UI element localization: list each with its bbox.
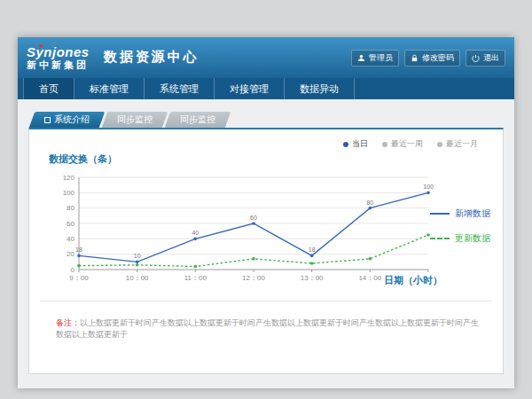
- nav-item-system-mgmt[interactable]: 系统管理: [145, 78, 215, 99]
- nav-item-data-change[interactable]: 数据异动: [285, 78, 355, 99]
- chart-panel: 当日 最近一周 最近一月 数据交换（条） 0204060801001209：00…: [28, 128, 504, 374]
- svg-text:20: 20: [66, 250, 74, 258]
- main-nav: 首页 标准管理 系统管理 对接管理 数据异动: [18, 78, 514, 99]
- filter-label: 最近一周: [391, 138, 423, 150]
- tab-bar: 系统介绍 同步监控 同步监控: [32, 112, 514, 128]
- y-axis-title: 数据交换（条）: [49, 153, 117, 166]
- footnote-prefix: 备注：: [56, 318, 80, 327]
- svg-text:13：00: 13：00: [301, 274, 324, 282]
- tab-label: 系统介绍: [54, 112, 90, 128]
- divider: [40, 301, 492, 301]
- legend-label: 更新数据: [455, 232, 490, 245]
- lock-icon: [411, 54, 419, 62]
- tab-icon: [44, 117, 51, 123]
- user-icon: [357, 54, 365, 62]
- admin-user-label: 管理员: [369, 52, 393, 64]
- svg-text:40: 40: [66, 235, 74, 243]
- svg-text:14：00: 14：00: [358, 274, 381, 282]
- filter-label: 最近一月: [446, 138, 478, 150]
- svg-text:18: 18: [75, 246, 82, 253]
- change-password-label: 修改密码: [422, 52, 454, 64]
- svg-text:10: 10: [134, 253, 141, 259]
- tab-label: 同步监控: [117, 112, 153, 128]
- line-chart: 0204060801001209：0010：0011：0012：0013：001…: [52, 168, 434, 286]
- x-axis-title: 日期（小时）: [384, 274, 442, 287]
- svg-text:40: 40: [192, 230, 199, 236]
- user-area: 管理员 修改密码 退出: [351, 50, 505, 66]
- filter-dot-icon: [382, 142, 387, 147]
- logo-subtext: 新中新集团: [27, 60, 90, 71]
- svg-text:11：00: 11：00: [184, 274, 207, 282]
- filter-last-week[interactable]: 最近一周: [382, 138, 423, 150]
- filter-dot-icon: [437, 142, 442, 147]
- svg-text:100: 100: [63, 189, 75, 197]
- svg-text:60: 60: [250, 215, 257, 221]
- filter-last-month[interactable]: 最近一月: [437, 138, 478, 150]
- svg-text:9：00: 9：00: [69, 274, 89, 282]
- logout-button[interactable]: 退出: [466, 50, 505, 66]
- tab-system-intro[interactable]: 系统介绍: [29, 112, 106, 128]
- logo-accent-dot: [39, 44, 43, 48]
- legend-label: 新增数据: [455, 207, 490, 220]
- change-password-button[interactable]: 修改密码: [404, 50, 460, 66]
- series-legend: 新增数据 更新数据: [430, 207, 490, 257]
- svg-text:120: 120: [63, 174, 75, 182]
- svg-text:100: 100: [423, 184, 434, 190]
- time-range-filters: 当日 最近一周 最近一月: [343, 138, 478, 150]
- page-title: 数据资源中心: [104, 49, 200, 66]
- admin-user-button[interactable]: 管理员: [351, 50, 399, 66]
- filter-dot-icon: [343, 142, 348, 147]
- synjones-logo: Synjones 新中新集团: [27, 45, 90, 70]
- svg-text:18: 18: [309, 246, 316, 253]
- nav-item-home[interactable]: 首页: [23, 78, 74, 99]
- svg-text:10：00: 10：00: [126, 274, 149, 282]
- tab-sync-monitor-1[interactable]: 同步监控: [102, 112, 168, 128]
- nav-item-standard-mgmt[interactable]: 标准管理: [74, 78, 145, 99]
- brand: Synjones 新中新集团 数据资源中心: [27, 45, 200, 70]
- tab-sync-monitor-2[interactable]: 同步监控: [165, 112, 231, 128]
- logo-text: Synjones: [27, 45, 90, 59]
- svg-text:80: 80: [66, 204, 74, 212]
- content-area: 系统介绍 同步监控 同步监控 当日 最近一周: [18, 99, 514, 388]
- svg-text:12：00: 12：00: [242, 274, 265, 282]
- app-header: Synjones 新中新集团 数据资源中心 管理员 修改密码 退出: [18, 37, 514, 78]
- dashed-line-icon: [430, 238, 450, 239]
- svg-text:80: 80: [366, 200, 373, 206]
- legend-item-new-data[interactable]: 新增数据: [430, 207, 490, 220]
- filter-today[interactable]: 当日: [343, 138, 368, 150]
- svg-text:60: 60: [66, 220, 74, 228]
- logout-icon: [472, 54, 480, 62]
- app-window: Synjones 新中新集团 数据资源中心 管理员 修改密码 退出 首页 标准管…: [18, 37, 514, 388]
- legend-item-updated-data[interactable]: 更新数据: [430, 232, 490, 245]
- logout-label: 退出: [483, 52, 499, 64]
- footnote: 备注：以上数据更新于时间产生数据以上数据更新于时间产生数据以上数据更新于时间产生…: [56, 317, 485, 340]
- solid-line-icon: [430, 213, 450, 215]
- footnote-text: 以上数据更新于时间产生数据以上数据更新于时间产生数据以上数据更新于时间产生数据以…: [56, 318, 479, 339]
- nav-item-docking-mgmt[interactable]: 对接管理: [215, 78, 285, 99]
- svg-text:0: 0: [71, 266, 75, 274]
- filter-label: 当日: [352, 138, 368, 150]
- tab-label: 同步监控: [180, 112, 215, 128]
